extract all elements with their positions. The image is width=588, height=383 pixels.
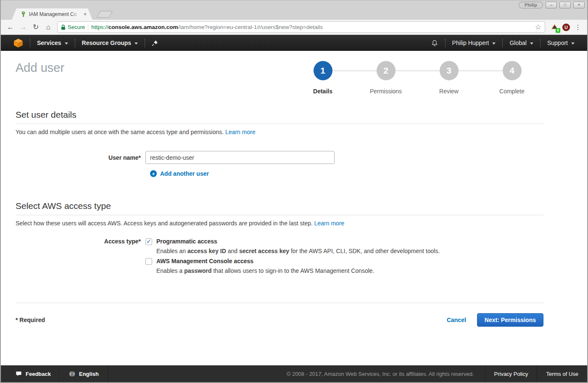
username-label: User name* [16, 154, 145, 161]
console-access-option[interactable]: AWS Management Console access [145, 258, 440, 265]
page-title: Add user [16, 59, 64, 75]
browser-toolbar: ← → ↻ ⌂ Secure https://console.aws.amazo… [1, 20, 587, 35]
notifications-button[interactable] [424, 35, 445, 51]
next-permissions-button[interactable]: Next: Permissions [477, 313, 543, 327]
address-bar[interactable]: Secure https://console.aws.amazon.com/ia… [57, 21, 545, 33]
extension-badge: 0 [556, 28, 560, 33]
programmatic-access-option[interactable]: Programmatic access [145, 238, 440, 245]
reload-button[interactable]: ↻ [30, 22, 41, 33]
minimize-icon: – [550, 3, 553, 7]
option-description: Enables a password that allows users to … [156, 267, 440, 274]
step-label: Complete [480, 88, 543, 95]
chevron-down-icon [492, 42, 496, 45]
globe-icon [69, 371, 75, 377]
add-another-user-button[interactable]: + Add another user [150, 170, 543, 177]
chevron-down-icon [571, 42, 575, 45]
divider [16, 303, 543, 303]
chevron-down-icon [65, 42, 68, 45]
chevron-down-icon [134, 42, 138, 45]
close-icon: × [578, 3, 580, 7]
bell-icon [431, 39, 438, 47]
browser-tab[interactable]: IAM Management Co × [12, 8, 92, 20]
divider [16, 215, 543, 215]
feedback-button[interactable]: Feedback [1, 365, 60, 382]
chevron-down-icon [530, 42, 533, 45]
access-type-intro: Select how these users will access AWS. … [16, 220, 543, 227]
region-menu[interactable]: Global [503, 35, 540, 51]
step-circle: 1 [314, 61, 332, 80]
aws-logo[interactable] [7, 35, 30, 51]
learn-more-link[interactable]: Learn more [314, 220, 345, 227]
lock-icon [61, 24, 66, 30]
navbar-left: Services Resource Groups [7, 35, 165, 51]
step-permissions: 2 Permissions [354, 59, 417, 95]
step-label: Permissions [354, 88, 417, 95]
window-titlebar: Philip – □ × [1, 0, 587, 9]
ublock-extension-icon[interactable]: U [561, 22, 571, 32]
main-content: Add user 1 Details 2 Permissions 3 Revie… [1, 51, 587, 365]
forward-icon: → [20, 23, 27, 32]
terms-of-use-link[interactable]: Terms of Use [537, 365, 587, 382]
home-button[interactable]: ⌂ [43, 22, 54, 33]
wizard-steps: 1 Details 2 Permissions 3 Review 4 Compl… [291, 59, 543, 95]
option-label[interactable]: Programmatic access [156, 238, 217, 245]
step-circle: 3 [440, 61, 459, 80]
aws-cube-icon [13, 38, 23, 48]
language-selector[interactable]: English [60, 365, 108, 382]
omnibox-divider [88, 24, 88, 31]
secure-label: Secure [68, 24, 85, 30]
wizard-footer: * Required Cancel Next: Permissions [16, 313, 543, 327]
tab-title: IAM Management Co [29, 11, 80, 17]
window-title: Philip [519, 2, 543, 8]
minimize-button[interactable]: – [546, 2, 557, 8]
privacy-badger-extension-icon[interactable]: 0 [549, 22, 559, 32]
step-details: 1 Details [291, 59, 354, 95]
programmatic-access-checkbox[interactable] [145, 238, 152, 245]
privacy-policy-link[interactable]: Privacy Policy [485, 365, 537, 382]
browser-menu-button[interactable]: ⋮ [573, 23, 583, 31]
home-icon: ⌂ [46, 23, 50, 32]
tab-strip: IAM Management Co × [1, 9, 587, 20]
step-circle: 4 [503, 61, 522, 80]
forward-button[interactable]: → [18, 22, 29, 33]
back-button[interactable]: ← [5, 22, 16, 33]
close-button[interactable]: × [573, 2, 585, 8]
maximize-button[interactable]: □ [559, 2, 571, 8]
new-tab-button[interactable] [97, 11, 113, 18]
bookmark-star-icon[interactable]: ☆ [535, 23, 541, 32]
pinned-shortcuts[interactable] [145, 35, 165, 51]
access-type-label: Access type* [16, 238, 145, 277]
pin-icon [152, 40, 158, 46]
section-heading-user-details: Set user details [16, 110, 543, 120]
step-label: Details [291, 88, 354, 95]
support-menu[interactable]: Support [541, 35, 581, 51]
resource-groups-menu[interactable]: Resource Groups [75, 35, 145, 51]
step-review: 3 Review [417, 59, 480, 95]
step-circle: 2 [377, 61, 396, 80]
url-text: https://console.aws.amazon.com/iam/home?… [91, 24, 532, 30]
page-header: Add user 1 Details 2 Permissions 3 Revie… [16, 59, 543, 106]
cancel-button[interactable]: Cancel [447, 317, 466, 323]
access-type-options: Programmatic access Enables an access ke… [145, 238, 440, 277]
copyright-text: © 2008 - 2017, Amazon Web Services, Inc.… [276, 365, 485, 382]
step-complete: 4 Complete [480, 59, 543, 95]
option-label[interactable]: AWS Management Console access [156, 258, 253, 264]
speech-bubble-icon [16, 371, 22, 377]
services-menu[interactable]: Services [30, 35, 75, 51]
navbar-right: Philip Huppert Global Support [424, 35, 581, 51]
tab-close-icon[interactable]: × [83, 11, 87, 17]
footer-right: © 2008 - 2017, Amazon Web Services, Inc.… [276, 365, 587, 382]
reload-icon: ↻ [33, 23, 39, 32]
user-details-intro: You can add multiple users at once with … [16, 129, 543, 135]
ublock-glyph: U [562, 24, 570, 31]
learn-more-link[interactable]: Learn more [225, 129, 256, 135]
action-buttons: Cancel Next: Permissions [447, 313, 543, 327]
secure-chip[interactable]: Secure [61, 24, 85, 30]
aws-footer: Feedback English © 2008 - 2017, Amazon W… [1, 365, 587, 382]
account-menu[interactable]: Philip Huppert [446, 35, 503, 51]
username-input[interactable] [145, 151, 335, 164]
required-note: * Required [16, 317, 45, 323]
plus-icon: + [150, 170, 157, 177]
console-access-checkbox[interactable] [145, 258, 152, 265]
section-heading-access-type: Select AWS access type [16, 201, 543, 211]
